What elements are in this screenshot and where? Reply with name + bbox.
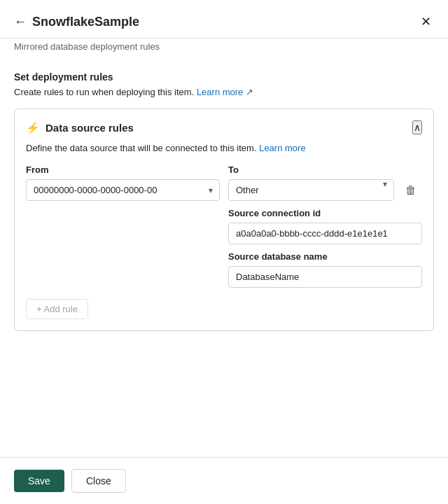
delete-rule-button[interactable]: 🗑: [400, 180, 422, 201]
card-learn-more-link[interactable]: Learn more: [259, 143, 305, 153]
close-footer-button[interactable]: Close: [71, 469, 126, 493]
back-icon: ←: [14, 15, 27, 29]
source-connection-field: Source connection id: [228, 208, 422, 244]
to-label: To: [228, 164, 422, 175]
data-source-rules-card: ⚡ Data source rules ∧ Define the data so…: [14, 108, 434, 331]
dialog-body: Set deployment rules Create rules to run…: [0, 60, 448, 457]
add-rule-label: + Add rule: [36, 304, 78, 314]
source-database-field: Source database name: [228, 251, 422, 288]
save-button[interactable]: Save: [14, 470, 64, 492]
lightning-icon: ⚡: [26, 121, 40, 134]
set-rules-learn-more-link[interactable]: Learn more ↗: [197, 87, 253, 97]
from-column: From 00000000-0000-0000-0000-00 ▾: [26, 164, 220, 201]
external-link-icon: ↗: [246, 87, 253, 97]
to-column: To Other ▾ 🗑 Source connect: [228, 164, 422, 288]
from-select-wrapper: 00000000-0000-0000-0000-00 ▾: [26, 179, 220, 201]
close-icon: ✕: [421, 14, 431, 29]
close-button[interactable]: ✕: [418, 11, 434, 32]
set-rules-desc: Create rules to run when deploying this …: [14, 87, 434, 97]
dialog-header: ← SnowflakeSample ✕: [0, 0, 448, 38]
collapse-button[interactable]: ∧: [412, 120, 422, 134]
to-row: Other ▾ 🗑: [228, 179, 422, 201]
source-database-label: Source database name: [228, 251, 422, 262]
source-database-input[interactable]: [228, 266, 422, 288]
card-title-row: ⚡ Data source rules: [26, 121, 134, 134]
card-body-desc: Define the data source that will be conn…: [26, 143, 422, 153]
chevron-up-icon: ∧: [414, 122, 421, 133]
trash-icon: 🗑: [405, 184, 416, 197]
card-title: Data source rules: [46, 122, 134, 134]
back-button[interactable]: ←: [14, 15, 32, 29]
dialog-footer: Save Close: [0, 457, 448, 504]
dialog-subtitle: Mirrored database deployment rules: [0, 38, 448, 60]
source-connection-input[interactable]: [228, 223, 422, 244]
dialog: ← SnowflakeSample ✕ Mirrored database de…: [0, 0, 448, 504]
add-rule-button[interactable]: + Add rule: [26, 299, 88, 319]
card-header: ⚡ Data source rules ∧: [26, 120, 422, 134]
dialog-title: SnowflakeSample: [32, 15, 418, 29]
from-select[interactable]: 00000000-0000-0000-0000-00: [26, 179, 220, 201]
rule-row: From 00000000-0000-0000-0000-00 ▾ To Oth…: [26, 164, 422, 288]
set-rules-title: Set deployment rules: [14, 71, 434, 83]
to-select-wrapper: Other ▾: [228, 179, 394, 201]
to-select[interactable]: Other: [228, 179, 394, 201]
source-connection-label: Source connection id: [228, 208, 422, 218]
from-label: From: [26, 164, 220, 175]
